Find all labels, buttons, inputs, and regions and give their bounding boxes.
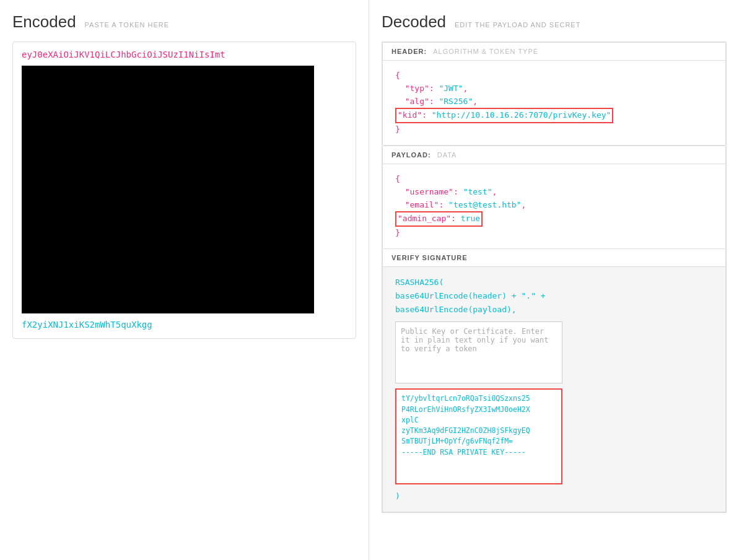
- payload-email-val: "test@test.htb": [448, 200, 521, 209]
- payload-admincap-highlight: "admin_cap": true: [395, 211, 483, 227]
- encoded-panel: Encoded PASTE A TOKEN HERE eyJ0eXAiOiJKV…: [0, 0, 369, 560]
- verify-private-key-input[interactable]: tY/ybvltqrLcn7oRQaTsi0QSzxns25 P4RLorEhV…: [395, 388, 562, 484]
- token-header-text: eyJ0eXAiOiJKV1QiLCJhbGciOiJSUzI1NiIsImt: [22, 50, 347, 59]
- header-kid-highlight: "kid": "http://10.10.16.26:7070/privKey.…: [395, 108, 613, 123]
- header-label-bar: HEADER: ALGORITHM & TOKEN TYPE: [383, 43, 725, 61]
- verify-label-bar: VERIFY SIGNATURE: [383, 249, 725, 267]
- payload-label-bar: PAYLOAD: DATA: [383, 146, 725, 164]
- token-footer-text: fX2yiXNJ1xiKS2mWhT5quXkgg: [22, 320, 347, 330]
- payload-label-sub: DATA: [437, 151, 457, 159]
- header-label-sub: ALGORITHM & TOKEN TYPE: [433, 48, 538, 55]
- verify-key-wrapper: tY/ybvltqrLcn7oRQaTsi0QSzxns25 P4RLorEhV…: [395, 388, 713, 484]
- header-brace-open: {: [395, 71, 400, 80]
- decoded-panel: Decoded EDIT THE PAYLOAD AND SECRET HEAD…: [369, 0, 739, 560]
- header-typ-comma: ,: [463, 84, 468, 93]
- verify-textarea-wrapper: Public Key or Certificate. Enter it in p…: [395, 322, 713, 383]
- decoded-boxes: HEADER: ALGORITHM & TOKEN TYPE { "typ": …: [382, 42, 727, 513]
- payload-username-key: "username":: [395, 187, 463, 196]
- verify-algo-line: RSASHA256(: [395, 278, 444, 287]
- payload-admincap-val: true: [461, 214, 480, 223]
- header-alg-comma: ,: [473, 97, 478, 106]
- verify-line2: base64UrlEncode(header) + "." +: [395, 291, 546, 300]
- verify-line3: base64UrlEncode(payload),: [395, 305, 517, 314]
- payload-admincap-key: "admin_cap":: [398, 214, 461, 223]
- encoded-subtitle: PASTE A TOKEN HERE: [85, 21, 170, 28]
- decoded-header: Decoded EDIT THE PAYLOAD AND SECRET: [382, 12, 727, 32]
- header-section: HEADER: ALGORITHM & TOKEN TYPE { "typ": …: [382, 42, 726, 146]
- verify-close-paren: ): [395, 491, 400, 501]
- header-typ-key: "typ":: [395, 84, 439, 93]
- token-qr-image: [22, 66, 314, 313]
- payload-label: PAYLOAD:: [391, 151, 431, 159]
- payload-code-block[interactable]: { "username": "test", "email": "test@tes…: [383, 164, 725, 248]
- header-brace-close: }: [395, 125, 400, 134]
- header-kid-val: "http://10.10.16.26:7070/privKey.key": [432, 110, 611, 120]
- payload-brace-close: }: [395, 228, 400, 237]
- payload-section: PAYLOAD: DATA { "username": "test", "ema…: [382, 146, 726, 249]
- header-code-block[interactable]: { "typ": "JWT", "alg": "RS256", "kid": "…: [383, 61, 725, 145]
- header-label: HEADER:: [391, 48, 427, 55]
- payload-username-comma: ,: [492, 187, 497, 196]
- header-alg-val: "RS256": [439, 97, 473, 106]
- encoded-header: Encoded PASTE A TOKEN HERE: [12, 12, 356, 32]
- header-alg-key: "alg":: [395, 97, 439, 106]
- header-kid-key: "kid":: [398, 110, 432, 120]
- payload-username-val: "test": [463, 187, 492, 196]
- decoded-title: Decoded: [382, 12, 446, 31]
- verify-section: VERIFY SIGNATURE RSASHA256( base64UrlEnc…: [382, 249, 726, 512]
- encoded-token-area[interactable]: eyJ0eXAiOiJKV1QiLCJhbGciOiJSUzI1NiIsImt …: [12, 42, 356, 339]
- encoded-title: Encoded: [12, 12, 76, 31]
- payload-email-key: "email":: [395, 200, 448, 209]
- header-typ-val: "JWT": [439, 84, 463, 93]
- decoded-subtitle: EDIT THE PAYLOAD AND SECRET: [455, 21, 580, 28]
- payload-email-comma: ,: [522, 200, 527, 209]
- verify-label: VERIFY SIGNATURE: [391, 254, 468, 261]
- payload-brace-open: {: [395, 174, 400, 183]
- verify-body: RSASHA256( base64UrlEncode(header) + "."…: [383, 267, 725, 512]
- verify-public-key-placeholder[interactable]: Public Key or Certificate. Enter it in p…: [395, 322, 562, 383]
